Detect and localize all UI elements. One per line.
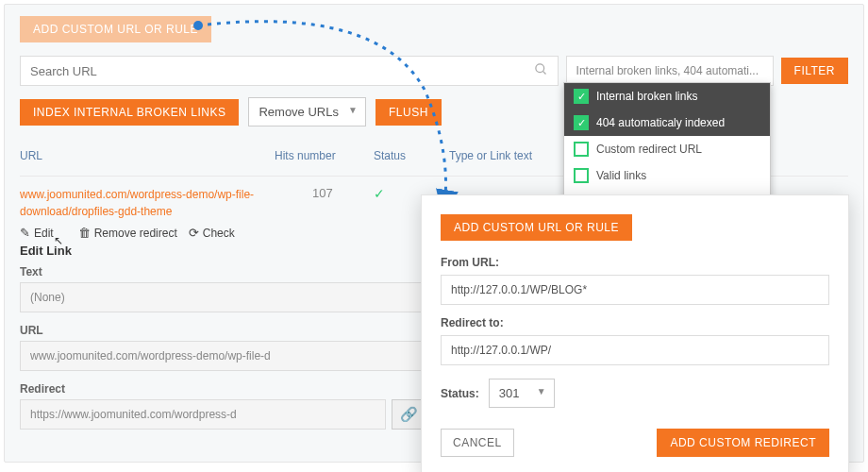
from-url-input[interactable]: [441, 275, 829, 305]
remove-redirect-action[interactable]: 🗑Remove redirect: [78, 226, 177, 240]
redirect-to-label: Redirect to:: [441, 316, 829, 329]
checkbox-icon: [574, 168, 589, 183]
th-url[interactable]: URL: [20, 149, 275, 162]
status-label: Status:: [441, 387, 479, 400]
url-input[interactable]: [20, 341, 426, 371]
filter-option-custom-redirect[interactable]: Custom redirect URL: [564, 136, 770, 162]
check-label: Check: [203, 227, 235, 240]
filter-option-label: Valid links: [596, 169, 646, 182]
add-custom-url-modal: ADD CUSTOM URL OR RULE From URL: Redirec…: [421, 194, 849, 472]
edit-label: Edit: [34, 227, 54, 240]
add-custom-redirect-button[interactable]: ADD CUSTOM REDIRECT: [657, 429, 829, 457]
svg-line-1: [542, 71, 545, 74]
search-icon: [534, 62, 548, 79]
index-broken-links-button[interactable]: INDEX INTERNAL BROKEN LINKS: [20, 99, 239, 126]
checkbox-icon: [574, 142, 589, 157]
search-input[interactable]: [30, 64, 534, 78]
pencil-icon: ✎: [20, 226, 30, 240]
modal-title-button[interactable]: ADD CUSTOM URL OR RULE: [441, 214, 632, 241]
edit-form: Text URL Redirect 🔗: [20, 265, 426, 430]
redirect-to-input[interactable]: [441, 335, 829, 365]
filter-option-valid-links[interactable]: Valid links: [564, 162, 770, 189]
cancel-button[interactable]: CANCEL: [441, 429, 514, 457]
th-status[interactable]: Status: [374, 149, 449, 162]
trash-icon: 🗑: [78, 226, 91, 240]
checkbox-checked-icon: ✓: [574, 115, 589, 130]
th-hits[interactable]: Hits number: [275, 149, 374, 162]
text-label: Text: [20, 265, 426, 278]
flush-button[interactable]: FLUSH: [376, 99, 442, 126]
redirect-input[interactable]: [20, 399, 386, 430]
cursor-icon: ↖: [54, 234, 63, 247]
redirect-label: Redirect: [20, 382, 426, 396]
search-box[interactable]: [20, 56, 559, 86]
from-url-label: From URL:: [441, 256, 829, 269]
checkbox-checked-icon: ✓: [574, 89, 589, 104]
svg-point-0: [535, 64, 543, 73]
status-select[interactable]: 301: [489, 379, 555, 408]
link-icon: 🔗: [400, 406, 418, 423]
row-hits: 107: [275, 186, 374, 200]
filter-option-label: 404 automaticaly indexed: [596, 116, 725, 129]
filter-option-label: Internal broken links: [596, 90, 697, 103]
url-label: URL: [20, 324, 426, 337]
check-action[interactable]: ⟳Check: [189, 226, 235, 240]
filter-option-label: Custom redirect URL: [596, 143, 702, 156]
refresh-icon: ⟳: [189, 226, 199, 240]
text-input[interactable]: [20, 282, 426, 312]
add-custom-url-button-faded[interactable]: ADD CUSTOM URL OR RULE: [20, 16, 211, 42]
row-url-link[interactable]: www.joomunited.com/wordpress-demo/wp-fil…: [20, 186, 275, 220]
edit-action[interactable]: ✎Edit↖: [20, 226, 67, 240]
remove-label: Remove redirect: [94, 227, 177, 240]
filter-option-broken-links[interactable]: ✓Internal broken links: [564, 83, 770, 110]
filter-option-404[interactable]: ✓404 automaticaly indexed: [564, 110, 770, 136]
filter-button[interactable]: FILTER: [781, 58, 848, 84]
remove-urls-select[interactable]: Remove URLs: [248, 97, 366, 126]
